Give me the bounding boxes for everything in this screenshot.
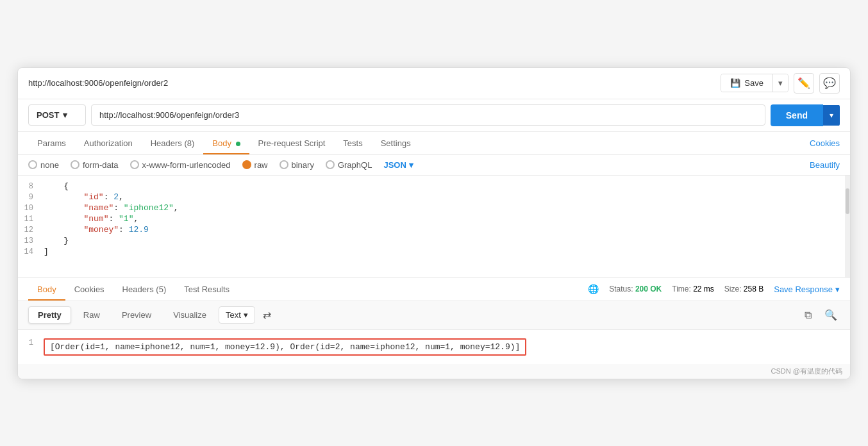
send-chevron-button[interactable]: ▾ <box>823 105 840 126</box>
comment-icon: 💬 <box>823 77 836 89</box>
send-button-group: Send ▾ <box>771 104 840 126</box>
size-label: Size: 258 B <box>724 285 764 293</box>
text-format-dropdown[interactable]: Text ▾ <box>219 306 255 324</box>
response-right-icons: ⧉ 🔍 <box>799 306 840 324</box>
time-label: Time: 22 ms <box>672 285 714 293</box>
format-raw-button[interactable]: Raw <box>74 306 110 324</box>
response-tabs: Body Cookies Headers (5) Test Results 🌐 … <box>18 278 850 301</box>
code-editor[interactable]: 8 { 9 "id": 2, 10 "name": "iphone12", 11… <box>18 176 850 278</box>
tab-body[interactable]: Body <box>203 132 249 154</box>
radio-raw <box>242 160 251 169</box>
edit-button[interactable]: ✏️ <box>794 73 814 94</box>
save-button[interactable]: 💾 Save <box>721 74 772 92</box>
body-type-binary[interactable]: binary <box>280 160 314 170</box>
code-editor-wrapper: 8 { 9 "id": 2, 10 "name": "iphone12", 11… <box>18 176 850 278</box>
body-type-graphql[interactable]: GraphQL <box>326 160 372 170</box>
method-label: POST <box>37 110 59 120</box>
body-type-row: none form-data x-www-form-urlencoded raw… <box>18 155 850 176</box>
resp-line-content: [Order(id=1, name=iphone12, num=1, money… <box>44 338 850 356</box>
radio-form-data <box>71 160 79 169</box>
title-bar: http://localhost:9006/openfeign/order2 💾… <box>18 68 850 99</box>
body-tab-dot <box>236 142 240 146</box>
url-input[interactable] <box>91 104 765 126</box>
cookies-link[interactable]: Cookies <box>810 138 840 148</box>
body-type-urlencoded[interactable]: x-www-form-urlencoded <box>130 160 231 170</box>
comment-button[interactable]: 💬 <box>819 73 840 94</box>
radio-graphql <box>326 160 335 169</box>
body-type-none[interactable]: none <box>28 160 59 170</box>
json-chevron-icon: ▾ <box>409 160 413 170</box>
title-url: http://localhost:9006/openfeign/order2 <box>28 78 168 88</box>
title-actions: 💾 Save ▾ ✏️ 💬 <box>721 73 840 94</box>
search-button[interactable]: 🔍 <box>822 306 840 324</box>
code-line-10: 10 "name": "iphone12", <box>18 202 850 213</box>
code-line-13: 13 } <box>18 235 850 246</box>
save-icon: 💾 <box>730 78 740 88</box>
body-type-form-data[interactable]: form-data <box>71 160 119 170</box>
copy-button[interactable]: ⧉ <box>799 306 817 324</box>
footer: CSDN @有温度的代码 <box>18 364 850 379</box>
radio-urlencoded <box>130 160 139 169</box>
body-type-raw[interactable]: raw <box>242 160 268 170</box>
response-body: 1 [Order(id=1, name=iphone12, num=1, mon… <box>18 330 850 364</box>
json-dropdown[interactable]: JSON ▾ <box>383 160 413 170</box>
save-response-button[interactable]: Save Response ▾ <box>774 285 840 294</box>
send-button[interactable]: Send <box>771 104 823 126</box>
response-format-row: Pretty Raw Preview Visualize Text ▾ ⇄ ⧉ … <box>18 301 850 330</box>
code-line-8: 8 { <box>18 181 850 192</box>
resp-tab-test-results[interactable]: Test Results <box>175 278 238 301</box>
tab-tests[interactable]: Tests <box>334 132 371 154</box>
response-line-1: 1 [Order(id=1, name=iphone12, num=1, mon… <box>18 338 850 356</box>
tab-headers[interactable]: Headers (8) <box>142 132 204 154</box>
request-tabs: Params Authorization Headers (8) Body Pr… <box>18 132 850 155</box>
method-select[interactable]: POST ▾ <box>28 104 86 126</box>
code-line-14: 14 ] <box>18 246 850 257</box>
tab-pre-request[interactable]: Pre-request Script <box>249 132 335 154</box>
status-label: Status: 200 OK <box>609 285 662 293</box>
resp-line-num: 1 <box>18 338 44 347</box>
resp-tab-cookies[interactable]: Cookies <box>65 278 113 301</box>
radio-none <box>28 160 37 169</box>
editor-scrollbar[interactable] <box>845 176 850 278</box>
tab-params[interactable]: Params <box>28 132 75 154</box>
tab-settings[interactable]: Settings <box>372 132 420 154</box>
request-bar: POST ▾ Send ▾ <box>18 99 850 132</box>
edit-icon: ✏️ <box>797 77 810 89</box>
response-text-value: [Order(id=1, name=iphone12, num=1, money… <box>44 338 526 356</box>
tab-authorization[interactable]: Authorization <box>75 132 142 154</box>
response-status-area: 🌐 Status: 200 OK Time: 22 ms Size: 258 B… <box>588 284 840 294</box>
save-button-group: 💾 Save ▾ <box>721 74 789 92</box>
wrap-icon[interactable]: ⇄ <box>258 306 276 324</box>
resp-tab-body[interactable]: Body <box>28 278 65 301</box>
save-response-chevron-icon: ▾ <box>835 285 840 294</box>
code-line-12: 12 "money": 12.9 <box>18 224 850 235</box>
app-window: http://localhost:9006/openfeign/order2 💾… <box>17 67 851 379</box>
format-preview-button[interactable]: Preview <box>112 306 161 324</box>
save-chevron-button[interactable]: ▾ <box>772 74 788 92</box>
format-visualize-button[interactable]: Visualize <box>163 306 216 324</box>
method-chevron-icon: ▾ <box>63 110 67 120</box>
globe-icon: 🌐 <box>588 284 599 294</box>
radio-binary <box>280 160 288 169</box>
text-dropdown-chevron-icon: ▾ <box>244 310 248 320</box>
resp-tab-headers[interactable]: Headers (5) <box>113 278 176 301</box>
code-line-9: 9 "id": 2, <box>18 192 850 202</box>
code-line-11: 11 "num": "1", <box>18 213 850 224</box>
format-pretty-button[interactable]: Pretty <box>28 306 71 324</box>
editor-scrollbar-thumb <box>846 188 849 214</box>
beautify-link[interactable]: Beautify <box>810 160 840 170</box>
